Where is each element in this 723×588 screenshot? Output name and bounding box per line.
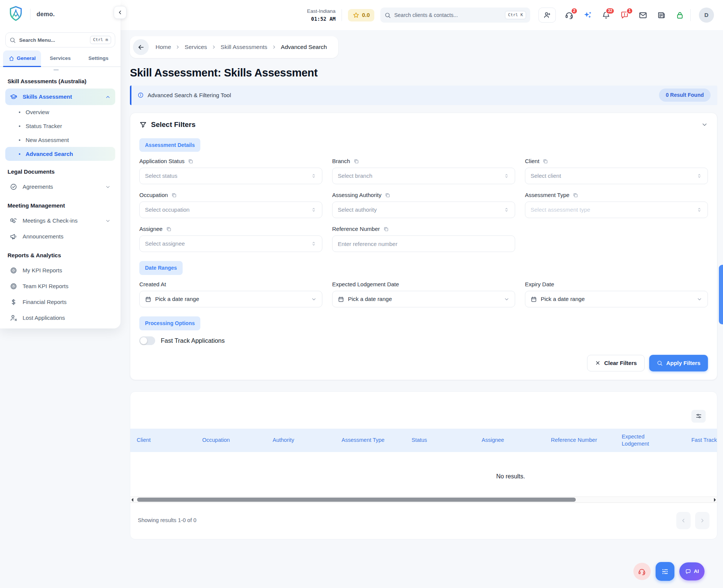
tasks-fab[interactable]	[656, 562, 674, 581]
sidebar-item-lost-applications[interactable]: Lost Applications	[5, 310, 115, 326]
created-at-datepicker[interactable]: Pick a date range	[139, 291, 322, 307]
sidebar-item-overview[interactable]: Overview	[5, 105, 115, 119]
copy-icon[interactable]	[542, 158, 548, 164]
column-header-status[interactable]: Status	[412, 437, 482, 443]
sidebar-item-announcements[interactable]: Announcements	[5, 229, 115, 244]
notifications-button[interactable]: 32	[602, 11, 610, 20]
sidebar-collapse-button[interactable]	[114, 6, 127, 19]
sidebar-item-status-tracker[interactable]: Status Tracker	[5, 119, 115, 133]
sidebar-item-advanced-search[interactable]: Advanced Search	[5, 147, 115, 161]
column-settings-button[interactable]	[691, 410, 706, 423]
assessing-authority-select[interactable]: Select authority	[332, 202, 515, 218]
filter-field-created-at: Created At Pick a date range	[139, 281, 322, 307]
fast-track-toggle[interactable]	[139, 336, 155, 345]
global-search-input[interactable]	[394, 12, 502, 18]
filter-field-reference-number: Reference Number	[332, 226, 515, 252]
clear-filters-button[interactable]: Clear Filters	[587, 355, 645, 371]
notifications-badge: 32	[606, 8, 615, 14]
chevron-down-icon	[105, 184, 111, 190]
feedback-alert-button[interactable]: 1	[620, 11, 629, 20]
lock-button[interactable]	[676, 11, 684, 20]
chevron-right-icon	[699, 518, 705, 524]
column-header-reference-number[interactable]: Reference Number	[551, 437, 622, 443]
back-button[interactable]	[133, 39, 149, 55]
sidebar-menu-search[interactable]: Ctrl m	[5, 32, 115, 47]
scrollbar-thumb[interactable]	[137, 498, 576, 502]
empty-state-text: No results.	[130, 473, 717, 480]
side-panel-handle[interactable]	[719, 265, 723, 324]
ai-assistant-fab[interactable]: AI	[679, 562, 705, 580]
reference-number-field[interactable]	[332, 235, 515, 252]
filter-field-expected-lodgement-date: Expected Lodgement Date Pick a date rang…	[332, 281, 515, 307]
branch-select[interactable]: Select branch	[332, 168, 515, 184]
tab-services[interactable]: Services	[41, 50, 79, 66]
column-header-fast-track[interactable]: Fast Track	[691, 437, 717, 443]
search-icon	[384, 12, 391, 18]
next-page-button[interactable]	[695, 512, 709, 529]
copy-icon[interactable]	[171, 192, 177, 198]
copy-icon[interactable]	[383, 226, 389, 232]
copy-icon[interactable]	[353, 158, 359, 164]
select-updown-icon	[503, 173, 509, 179]
tab-general[interactable]: General	[3, 50, 41, 66]
mail-icon	[639, 11, 647, 20]
timezone-label: East-Indiana	[307, 8, 336, 14]
scroll-indicator	[53, 69, 59, 70]
sidebar-tabs: General Services Settings	[0, 50, 120, 67]
breadcrumb-home[interactable]: Home	[156, 44, 171, 51]
menu-search-input[interactable]	[19, 37, 87, 43]
horizontal-scrollbar[interactable]	[130, 496, 717, 503]
column-header-client[interactable]: Client	[137, 437, 202, 443]
filter-field-assessing-authority: Assessing Authority Select authority	[332, 192, 515, 218]
column-header-authority[interactable]: Authority	[273, 437, 342, 443]
copy-icon[interactable]	[384, 192, 390, 198]
sidebar-item-skills-assessment[interactable]: Skills Assessment	[5, 89, 115, 105]
support-fab[interactable]	[633, 563, 651, 580]
copy-icon[interactable]	[572, 192, 578, 198]
apply-filters-button[interactable]: Apply Filters	[649, 355, 708, 371]
select-updown-icon	[311, 173, 317, 179]
sidebar-item-my-kpi-reports[interactable]: My KPI Reports	[5, 263, 115, 278]
sidebar-item-financial-reports[interactable]: Financial Reports	[5, 294, 115, 310]
mail-button[interactable]	[639, 11, 647, 20]
news-button[interactable]	[657, 11, 666, 20]
chevron-left-icon	[680, 518, 686, 524]
rating-badge[interactable]: 0.0	[348, 9, 374, 21]
sidebar-item-new-assessment[interactable]: New Assessment	[5, 133, 115, 147]
sidebar-item-agreements[interactable]: Agreements	[5, 179, 115, 195]
copy-icon[interactable]	[166, 226, 172, 232]
reference-number-input[interactable]	[338, 241, 509, 247]
table-body: No results.	[130, 452, 717, 496]
breadcrumb-services[interactable]: Services	[185, 44, 207, 51]
filter-field-occupation: Occupation Select occupation	[139, 192, 322, 218]
occupation-select[interactable]: Select occupation	[139, 202, 322, 218]
application-status-select[interactable]: Select status	[139, 168, 322, 184]
client-select[interactable]: Select client	[525, 168, 708, 184]
scroll-left-arrow-icon[interactable]	[131, 498, 133, 502]
user-avatar[interactable]: D	[699, 8, 714, 23]
copy-icon[interactable]	[188, 158, 194, 164]
previous-page-button[interactable]	[676, 512, 691, 529]
column-header-assessment-type[interactable]: Assessment Type	[342, 437, 412, 443]
filters-header[interactable]: Select Filters	[139, 121, 708, 129]
expiry-date-datepicker[interactable]: Pick a date range	[525, 291, 708, 307]
column-header-expected-lodgement[interactable]: Expected Lodgement	[622, 433, 691, 447]
scroll-right-arrow-icon[interactable]	[714, 498, 716, 502]
toggle-knob	[140, 337, 147, 344]
global-search[interactable]: Ctrl K	[380, 8, 530, 23]
breadcrumb-skill-assessments[interactable]: Skill Assessments	[221, 44, 267, 51]
tab-settings[interactable]: Settings	[79, 50, 117, 66]
sidebar-item-team-kpi-reports[interactable]: Team KPI Reports	[5, 278, 115, 294]
column-header-occupation[interactable]: Occupation	[202, 437, 273, 443]
result-count-badge: 0 Result Found	[659, 89, 711, 102]
filter-field-expiry-date: Expiry Date Pick a date range	[525, 281, 708, 307]
assignee-select[interactable]: Select assignee	[139, 235, 322, 252]
add-user-button[interactable]	[538, 8, 556, 23]
expected-lodgement-datepicker[interactable]: Pick a date range	[332, 291, 515, 307]
ai-sparkles-button[interactable]	[583, 11, 592, 20]
column-header-assignee[interactable]: Assignee	[482, 437, 551, 443]
bullet-icon	[19, 125, 20, 127]
page-title: Skill Assessment: Skills Assessment	[130, 66, 717, 79]
sidebar-item-meetings-checkins[interactable]: Meetings & Check-ins	[5, 213, 115, 229]
support-headset-button[interactable]: 2	[565, 11, 574, 20]
